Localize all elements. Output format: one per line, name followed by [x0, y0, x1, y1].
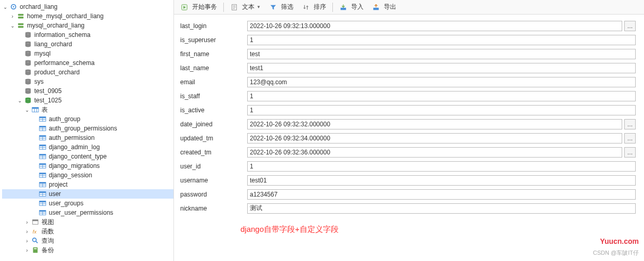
table-icon: [38, 143, 47, 151]
tree-database[interactable]: test_0905: [2, 86, 173, 96]
svg-rect-35: [39, 154, 46, 156]
chevron-down-icon[interactable]: ⌄: [17, 97, 23, 103]
date-picker-button[interactable]: …: [624, 119, 636, 129]
svg-rect-27: [39, 136, 46, 137]
tree-table-label: django_session: [49, 172, 92, 179]
field-input-updated_tm[interactable]: [247, 133, 622, 143]
chevron-down-icon[interactable]: ⌄: [9, 22, 16, 29]
field-input-is_active[interactable]: [247, 105, 636, 115]
chevron-right-icon[interactable]: ›: [24, 247, 30, 253]
svg-point-6: [25, 32, 31, 34]
field-input-is_superuser[interactable]: [247, 35, 636, 45]
tree-table-label: auth_group: [49, 115, 81, 123]
document-icon: [230, 3, 238, 11]
form-row: password: [178, 187, 636, 201]
field-input-first_name[interactable]: [247, 49, 636, 59]
field-input-date_joined[interactable]: [247, 119, 622, 129]
tree-database[interactable]: sys: [2, 77, 173, 86]
field-input-password[interactable]: [247, 189, 636, 200]
export-button[interactable]: 导出: [369, 2, 399, 12]
tree-database[interactable]: information_schema: [2, 30, 173, 40]
tree-query[interactable]: › 查询: [2, 236, 173, 245]
database-icon: [24, 59, 32, 67]
field-label: password: [178, 191, 247, 198]
tree-table[interactable]: user_groups: [2, 199, 173, 208]
tree-table[interactable]: user: [2, 189, 173, 199]
tree-table[interactable]: auth_group: [2, 114, 173, 124]
date-picker-button[interactable]: …: [624, 133, 636, 143]
tree-functions[interactable]: › fx 函数: [2, 227, 173, 236]
tree-tables-folder[interactable]: ⌄ 表: [2, 105, 173, 114]
tree-table[interactable]: django_migrations: [2, 161, 173, 171]
table-icon: [38, 208, 47, 217]
svg-point-11: [25, 79, 31, 81]
svg-point-12: [25, 88, 31, 90]
tree-connection[interactable]: › home_mysql_orchard_liang: [2, 11, 173, 21]
field-label: last_name: [178, 64, 247, 72]
tree-db-label: test_1025: [34, 97, 62, 104]
table-icon: [38, 115, 47, 123]
tree-table[interactable]: django_content_type: [2, 152, 173, 161]
tree-table[interactable]: project: [2, 180, 173, 189]
connection-tree: ⌄ orchard_liang › home_mysql_orchard_lia…: [0, 0, 174, 261]
function-icon: fx: [31, 227, 39, 236]
tree-database[interactable]: mysql: [2, 49, 173, 58]
field-label: email: [178, 79, 247, 86]
svg-point-1: [13, 6, 15, 8]
chevron-down-icon[interactable]: ⌄: [24, 107, 30, 113]
form-row: updated_tm …: [178, 131, 636, 145]
tree-root[interactable]: ⌄ orchard_liang: [2, 2, 173, 11]
chevron-right-icon[interactable]: ›: [9, 13, 16, 19]
field-input-is_staff[interactable]: [247, 91, 636, 101]
tree-table-label: project: [49, 181, 68, 188]
backup-icon: [31, 246, 39, 254]
import-button[interactable]: 导入: [336, 2, 367, 12]
chevron-right-icon[interactable]: ›: [24, 238, 30, 244]
field-input-username[interactable]: [247, 175, 636, 186]
table-group-icon: [31, 106, 39, 114]
tree-database[interactable]: liang_orchard: [2, 40, 173, 49]
field-input-user_id[interactable]: [247, 161, 636, 172]
tree-table[interactable]: django_admin_log: [2, 142, 173, 152]
chevron-right-icon[interactable]: ›: [24, 228, 30, 234]
filter-button[interactable]: 筛选: [266, 2, 297, 12]
chevron-right-icon[interactable]: ›: [24, 219, 30, 225]
field-input-last_name[interactable]: [247, 63, 636, 73]
tree-database[interactable]: performance_schema: [2, 58, 173, 68]
tree-views[interactable]: › 视图: [2, 217, 173, 227]
tree-table[interactable]: user_user_permissions: [2, 208, 173, 217]
tree-table[interactable]: auth_group_permissions: [2, 124, 173, 133]
database-icon: [24, 96, 32, 105]
field-input-last_login[interactable]: [247, 21, 622, 31]
field-input-created_tm[interactable]: [247, 147, 622, 158]
tree-table[interactable]: auth_permission: [2, 133, 173, 142]
import-icon: [339, 3, 347, 11]
sort-button[interactable]: 排序: [299, 2, 329, 12]
tree-connection[interactable]: ⌄ mysql_orchard_liang: [2, 21, 173, 30]
date-picker-button[interactable]: …: [624, 147, 636, 158]
server-icon: [17, 21, 25, 30]
tree-database[interactable]: product_orchard: [2, 68, 173, 77]
table-icon: [38, 124, 47, 133]
text-view-button[interactable]: 文本 ▼: [227, 2, 264, 12]
svg-point-8: [25, 51, 31, 53]
date-picker-button[interactable]: …: [624, 21, 636, 31]
svg-rect-59: [39, 211, 46, 212]
field-label: username: [178, 177, 247, 184]
form-row: username: [178, 173, 636, 187]
table-icon: [38, 190, 47, 198]
field-input-email[interactable]: [247, 77, 636, 87]
export-icon: [372, 3, 380, 11]
field-input-nickname[interactable]: [247, 203, 636, 214]
tree-db-label: information_schema: [34, 31, 90, 38]
gear-icon: [9, 3, 18, 11]
tree-database-open[interactable]: ⌄ test_1025: [2, 96, 173, 105]
chevron-down-icon[interactable]: ⌄: [2, 4, 8, 10]
tree-table-label: django_migrations: [49, 162, 100, 169]
svg-rect-39: [39, 164, 46, 165]
begin-transaction-button[interactable]: 开始事务: [177, 2, 220, 12]
tree-backup[interactable]: › 备份: [2, 245, 173, 255]
tree-table-label: django_admin_log: [49, 143, 100, 151]
tree-table[interactable]: django_session: [2, 171, 173, 180]
database-icon: [24, 49, 32, 58]
